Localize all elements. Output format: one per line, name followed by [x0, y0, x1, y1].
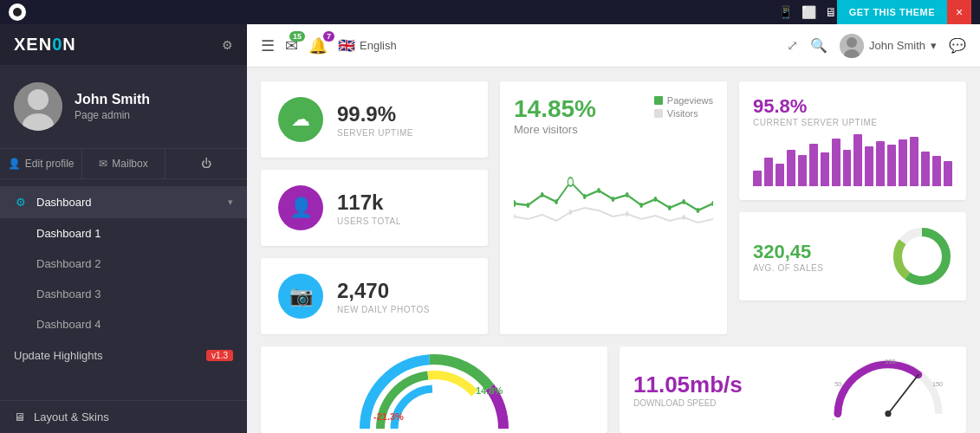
nav-item-update-highlights[interactable]: Update Highlights v1.3 — [0, 339, 247, 372]
gear-icon[interactable]: ⚙ — [222, 38, 233, 52]
desktop-icon[interactable]: 🖥 — [825, 5, 837, 19]
layout-icon: 🖥 — [14, 410, 25, 423]
stat-card-uptime: ☁ 99.9% SERVER UPTIME — [261, 81, 488, 158]
sidebar-item-dashboard1[interactable]: Dashboard 1 — [0, 218, 247, 249]
photos-stat-value: 2,470 — [337, 279, 430, 303]
bar — [776, 164, 784, 186]
edit-profile-icon: 👤 — [8, 158, 21, 170]
uptime-card: 95.8% CURRENT SERVER UPTIME — [739, 81, 966, 200]
visitors-chart-card: 14.85% More visitors Pageviews Visitors — [500, 81, 727, 334]
uptime-stat-value: 99.9% — [337, 102, 413, 126]
get-theme-button[interactable]: GET THIS THEME — [837, 0, 947, 24]
mailbox-label: Mailbox — [112, 158, 147, 170]
language-selector[interactable]: 🇬🇧 English — [338, 37, 397, 54]
mail-button[interactable]: ✉ 15 — [285, 36, 298, 55]
chevron-down-icon: ▾ — [228, 197, 233, 208]
bar — [787, 150, 795, 186]
bar — [753, 171, 762, 186]
stat-card-photos: 📷 2,470 NEW DAILY PHOTOS — [261, 258, 488, 334]
edit-profile-button[interactable]: 👤 Edit profile — [0, 149, 82, 178]
sidebar-brand: XEN0N — [14, 35, 76, 55]
nav-item-layout[interactable]: 🖥 Layout & Skins — [0, 400, 247, 433]
line-chart-svg — [514, 143, 713, 255]
radial-chart-card: -21.3% 14.8% — [261, 346, 607, 433]
right-column: 95.8% CURRENT SERVER UPTIME — [739, 81, 966, 334]
bar — [853, 134, 862, 186]
user-section: John Smith Page admin — [0, 65, 247, 149]
mobile-icon[interactable]: 📱 — [778, 5, 793, 19]
svg-point-21 — [654, 197, 658, 202]
sidebar-item-dashboard3[interactable]: Dashboard 3 — [0, 279, 247, 309]
svg-point-5 — [847, 37, 857, 48]
sidebar: XEN0N ⚙ John Smith Page admin 👤 Edit pro… — [0, 24, 247, 433]
legend-pageviews-dot — [654, 96, 663, 105]
svg-point-13 — [541, 192, 544, 197]
sidebar-header: XEN0N ⚙ — [0, 24, 247, 65]
update-badge: v1.3 — [206, 350, 233, 361]
dashboard-grid: ☁ 99.9% SERVER UPTIME 👤 117k USERS TOTAL — [261, 81, 966, 334]
svg-text:100: 100 — [885, 358, 895, 365]
bar — [910, 137, 918, 186]
svg-point-22 — [668, 205, 672, 210]
sidebar-item-dashboard2[interactable]: Dashboard 2 — [0, 249, 247, 279]
uptime-stat-label: SERVER UPTIME — [337, 128, 413, 138]
svg-point-10 — [682, 215, 685, 220]
speed-card: 11.05mb/s DOWNLOAD SPEED 0 50 — [620, 346, 966, 433]
nav-item-dashboard[interactable]: ⚙ Dashboard ▾ — [0, 186, 247, 218]
sidebar-item-dashboard4[interactable]: Dashboard 4 — [0, 309, 247, 339]
uptime-stat-info: 99.9% SERVER UPTIME — [337, 102, 413, 138]
sales-donut-chart — [892, 226, 952, 287]
legend-visitors-label: Visitors — [667, 108, 698, 119]
svg-point-15 — [568, 178, 573, 186]
tablet-icon[interactable]: ⬜ — [802, 5, 816, 19]
uptime-bar-chart — [753, 134, 952, 186]
svg-text:14.8%: 14.8% — [476, 385, 503, 396]
hamburger-icon[interactable]: ☰ — [261, 36, 275, 55]
bar — [865, 146, 873, 186]
main-layout: XEN0N ⚙ John Smith Page admin 👤 Edit pro… — [0, 24, 980, 433]
uptime-icon-circle: ☁ — [278, 97, 323, 142]
search-icon[interactable]: 🔍 — [810, 37, 827, 54]
nav-section: ⚙ Dashboard ▾ Dashboard 1 Dashboard 2 Da… — [0, 179, 247, 378]
app-logo-top — [9, 3, 26, 21]
user-actions: 👤 Edit profile ✉ Mailbox ⏻ — [0, 149, 247, 179]
mailbox-button[interactable]: ✉ Mailbox — [82, 149, 165, 178]
header: ☰ ✉ 15 🔔 7 🇬🇧 English ⤢ 🔍 Joh — [247, 24, 980, 68]
svg-text:-21.3%: -21.3% — [373, 411, 404, 422]
chat-icon[interactable]: 💬 — [949, 37, 966, 54]
svg-point-18 — [612, 197, 615, 202]
users-stat-value: 117k — [337, 191, 401, 215]
user-menu[interactable]: John Smith ▾ — [840, 34, 937, 58]
bell-button[interactable]: 🔔 7 — [308, 36, 328, 55]
svg-point-2 — [28, 89, 49, 110]
bar — [932, 156, 941, 186]
power-button[interactable]: ⏻ — [165, 149, 247, 178]
users-stat-label: USERS TOTAL — [337, 216, 401, 226]
close-button[interactable]: × — [947, 0, 971, 24]
radial-bottom-chart: -21.3% 14.8% — [347, 351, 521, 429]
avatar — [14, 82, 62, 131]
bar — [944, 161, 952, 186]
bar — [876, 141, 885, 186]
user-thumb-avatar — [840, 34, 864, 58]
svg-point-24 — [697, 208, 700, 213]
top-bar-left — [9, 3, 26, 21]
content-area: ☰ ✉ 15 🔔 7 🇬🇧 English ⤢ 🔍 Joh — [247, 24, 980, 433]
top-bar: 📱 ⬜ 🖥 GET THIS THEME × — [0, 0, 980, 24]
photos-stat-info: 2,470 NEW DAILY PHOTOS — [337, 279, 430, 314]
svg-text:50: 50 — [834, 380, 841, 388]
mail-badge: 15 — [289, 31, 305, 42]
user-info: John Smith Page admin — [75, 92, 150, 121]
dashboard-icon: ⚙ — [14, 196, 28, 209]
svg-point-12 — [527, 203, 530, 208]
bar — [832, 139, 840, 186]
chart-label: More visitors — [514, 123, 713, 136]
legend-pageviews: Pageviews — [654, 95, 713, 106]
svg-point-25 — [711, 201, 713, 206]
svg-text:150: 150 — [932, 380, 943, 388]
nav-dashboard-label: Dashboard — [36, 196, 92, 209]
brand-accent: 0 — [52, 35, 62, 54]
expand-icon[interactable]: ⤢ — [787, 37, 798, 54]
gauge-chart: 0 50 100 150 — [819, 351, 957, 420]
edit-profile-label: Edit profile — [25, 158, 75, 170]
